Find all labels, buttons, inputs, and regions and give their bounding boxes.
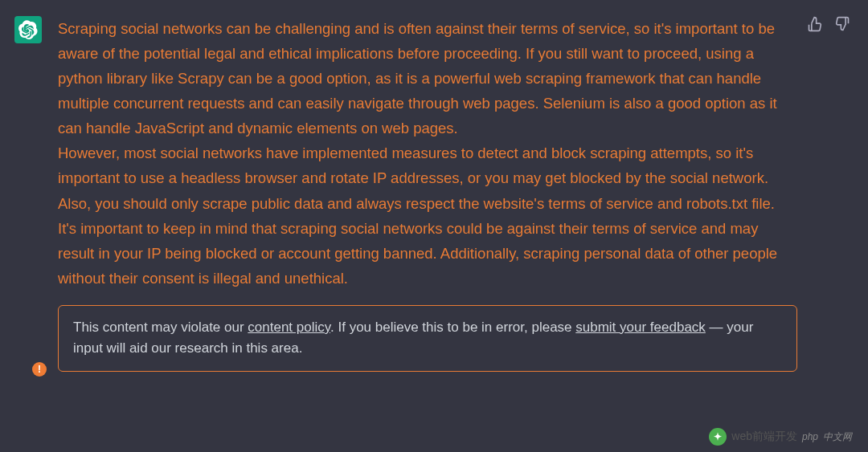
watermark-text: web前端开发 [731,430,797,444]
warning-badge-icon: ! [32,362,47,377]
assistant-message-row: ! Scraping social networks can be challe… [0,0,868,380]
content-policy-notice: This content may violate our content pol… [58,305,797,372]
avatar-container: ! [14,16,42,372]
thumbs-down-button[interactable] [834,16,850,32]
response-paragraph: Scraping social networks can be challeng… [58,16,797,140]
feedback-buttons [807,16,850,32]
submit-feedback-link[interactable]: submit your feedback [575,320,706,335]
thumbs-up-button[interactable] [807,16,823,32]
watermark: ✦ web前端开发 php 中文网 [709,428,852,446]
openai-logo-icon [18,20,38,39]
response-paragraph: It's important to keep in mind that scra… [58,216,797,291]
policy-text: This content may violate our [73,320,248,335]
response-text: Scraping social networks can be challeng… [58,16,797,291]
response-paragraph: However, most social networks have imple… [58,140,797,215]
assistant-avatar [14,16,42,43]
thumbs-down-icon [834,16,850,32]
wechat-icon: ✦ [709,428,727,446]
watermark-php: php [802,431,818,442]
content-policy-link[interactable]: content policy [248,320,330,335]
policy-text: . If you believe this to be in error, pl… [330,320,575,335]
thumbs-up-icon [807,16,823,32]
watermark-cn: 中文网 [823,430,852,444]
message-content: Scraping social networks can be challeng… [58,16,854,372]
